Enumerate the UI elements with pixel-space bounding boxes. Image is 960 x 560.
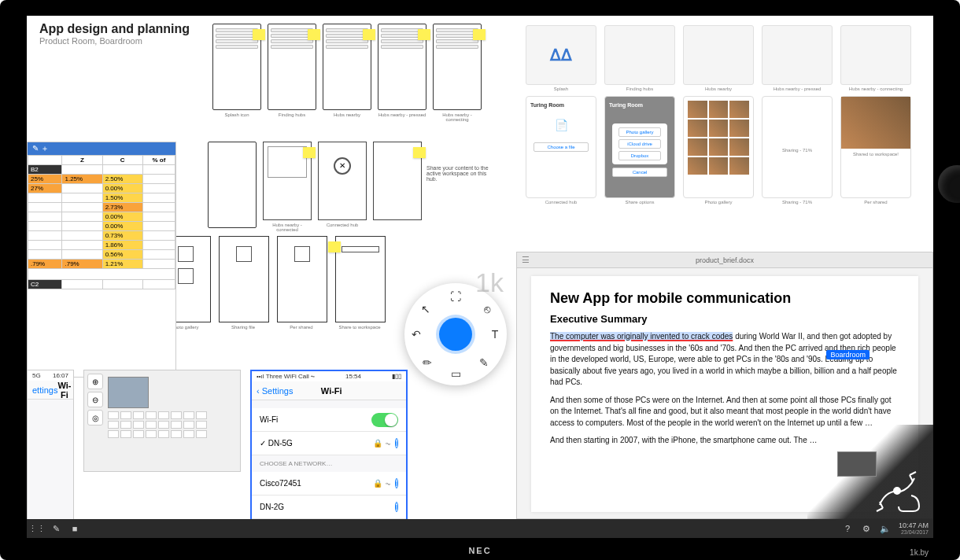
wifi-connected-row[interactable]: ✓ DN-5G🔒⏦i xyxy=(252,432,406,455)
volume-icon[interactable]: 🔈 xyxy=(880,523,891,534)
wifi-toggle-row[interactable]: Wi-Fi xyxy=(252,408,406,432)
eyedropper-icon[interactable]: ⎋ xyxy=(478,300,496,318)
wireframe-label: Splash icon xyxy=(212,112,261,117)
wireframe-card[interactable] xyxy=(212,24,261,110)
info-icon[interactable]: i xyxy=(395,438,398,448)
gallery-thumb[interactable] xyxy=(840,25,911,85)
gallery-label: Hubs nearby - connecting xyxy=(840,87,911,91)
wireframe-label: Hubs nearby - connected xyxy=(263,223,312,232)
map-widget[interactable]: ⊕ ⊖ ◎ xyxy=(83,370,241,472)
doc-paragraph[interactable]: And then some of those PCs were on the I… xyxy=(550,395,899,429)
phone-mock[interactable] xyxy=(683,96,754,198)
locate-button[interactable]: ◎ xyxy=(87,410,103,426)
wireframe-card[interactable] xyxy=(323,24,371,110)
radial-center-button[interactable] xyxy=(439,318,472,351)
wireframe-label: Finding hubs xyxy=(268,112,316,117)
phone-mock[interactable]: Turing Room📄Choose a file xyxy=(526,96,596,198)
taskbar[interactable]: ⋮⋮ ✎ ■ ? ⚙ 🔈 10:47 AM 23/04/2017 xyxy=(27,519,933,538)
cell[interactable]: 0.00% xyxy=(102,184,142,193)
help-icon[interactable]: ? xyxy=(842,523,853,534)
ios-mockups: 5G16:07 ettingsWi-Fi ⊕ ⊖ ◎ ••ıl Three Wi… xyxy=(27,370,408,524)
wifi-network-row[interactable]: DN-2Gi xyxy=(252,496,406,519)
ios-wifi-settings[interactable]: ••ıl Three WiFi Call ⏦15:54▮▯▯ ‹ Setting… xyxy=(250,370,408,524)
info-icon[interactable]: i xyxy=(395,502,398,512)
phone-mock[interactable]: Sharing - 71% xyxy=(762,96,833,198)
wireframe-card[interactable] xyxy=(219,236,269,322)
apps-icon[interactable]: ⋮⋮ xyxy=(31,523,42,534)
cell[interactable]: 2.73% xyxy=(102,203,142,212)
option-button[interactable]: iCloud drive xyxy=(618,139,661,149)
wireframe-card[interactable]: ✕ xyxy=(318,142,367,220)
clock[interactable]: 10:47 AM 23/04/2017 xyxy=(899,522,929,535)
spreadsheet-grid[interactable]: ZC% of B2 25%1.25%2.50% 27%0.00% 1.50% 2… xyxy=(28,155,175,289)
scan-icon[interactable]: ⛶ xyxy=(447,288,464,305)
cell[interactable]: .79% xyxy=(28,260,62,269)
sticky-note-icon xyxy=(253,29,265,40)
option-button[interactable]: Photo gallery xyxy=(618,127,661,137)
choose-file-button[interactable]: Choose a file xyxy=(534,142,589,152)
wireframe-card[interactable] xyxy=(335,236,386,322)
sticky-note-icon xyxy=(363,29,375,40)
phone-mock[interactable]: Turing RoomPhoto galleryiCloud driveDrop… xyxy=(604,96,675,198)
cell[interactable]: 25% xyxy=(28,175,62,184)
comment-tag[interactable]: Boardroom xyxy=(826,350,870,359)
text-tool-icon[interactable]: T xyxy=(486,326,504,343)
highlighted-text: The computer was originally invented to … xyxy=(550,332,733,341)
settings-icon[interactable]: ⚙ xyxy=(861,523,872,534)
zoom-in-button[interactable]: ⊕ xyxy=(87,374,103,389)
menu-icon[interactable]: ☰ xyxy=(522,255,530,265)
progress-label: Sharing - 71% xyxy=(765,148,829,153)
highlighter-icon[interactable]: ✏ xyxy=(419,354,436,371)
pen-tool-icon[interactable]: ✎ xyxy=(475,354,493,371)
gallery-thumb[interactable] xyxy=(604,25,675,85)
phone-mock[interactable]: Shared to workspace! xyxy=(840,96,911,198)
pen-mode-icon[interactable]: ✎ xyxy=(50,523,61,534)
cell[interactable]: 1.50% xyxy=(102,193,142,203)
gallery-thumb[interactable] xyxy=(762,25,833,85)
cell[interactable]: 0.00% xyxy=(102,212,142,222)
toggle-on-icon[interactable] xyxy=(371,413,398,427)
video-icon[interactable]: ■ xyxy=(69,523,80,534)
ios-screen-partial[interactable]: 5G16:07 ettingsWi-Fi xyxy=(27,370,74,524)
status-time: 15:54 xyxy=(345,373,361,380)
radial-tool-menu[interactable]: ⛶ ⎋ T ✎ ▭ ✏ ↶ ↖ xyxy=(404,283,507,385)
gallery-label: Hubs nearby xyxy=(683,87,754,91)
gallery-thumb[interactable] xyxy=(683,25,754,85)
wifi-label: Wi-Fi xyxy=(260,415,278,424)
cell[interactable]: 0.00% xyxy=(102,222,142,231)
shape-tool-icon[interactable]: ▭ xyxy=(447,365,464,382)
undo-icon[interactable]: ↶ xyxy=(408,326,425,343)
gallery-label: Connected hub xyxy=(526,200,596,204)
cell[interactable]: 0.73% xyxy=(102,231,142,241)
cancel-button[interactable]: Cancel xyxy=(612,168,667,177)
wireframe-card[interactable] xyxy=(263,142,312,220)
option-button[interactable]: Dropbox xyxy=(618,151,661,160)
gallery-label: Share options xyxy=(604,200,675,204)
cursor-icon[interactable]: ↖ xyxy=(417,300,434,318)
back-button[interactable]: ettings xyxy=(32,385,57,395)
spreadsheet-window[interactable]: ✎ ＋ ZC% of B2 25%1.25%2.50% 27%0.00% 1.5… xyxy=(27,142,176,378)
cell[interactable]: 2.50% xyxy=(102,175,142,184)
section-header: CHOOSE A NETWORK… xyxy=(252,455,406,472)
cell[interactable]: 0.56% xyxy=(102,250,142,260)
back-button[interactable]: ‹ Settings xyxy=(257,386,293,396)
cell[interactable]: 27% xyxy=(28,184,62,193)
wireframe-card[interactable] xyxy=(373,142,422,220)
gallery-thumb[interactable]: ᐃᐃ xyxy=(526,25,596,85)
wireframe-card[interactable] xyxy=(268,24,316,110)
info-icon[interactable]: i xyxy=(395,478,398,488)
cell[interactable]: 1.21% xyxy=(102,260,142,269)
wireframe-card[interactable] xyxy=(378,24,426,110)
sticky-note-icon xyxy=(308,29,320,40)
zoom-out-button[interactable]: ⊖ xyxy=(87,392,103,407)
wireframe-card[interactable] xyxy=(277,236,327,322)
wireframe-card[interactable] xyxy=(433,24,482,110)
doc-paragraph[interactable]: The computer was originally invented to … xyxy=(550,331,899,389)
nav-title: Wi-Fi xyxy=(293,386,370,396)
wifi-network-row[interactable]: Cisco72451🔒⏦i xyxy=(252,472,406,496)
cell[interactable]: 1.86% xyxy=(102,241,142,250)
wireframe-label: Sharing file xyxy=(219,325,268,330)
cell[interactable]: .79% xyxy=(62,260,102,269)
cell[interactable]: 1.25% xyxy=(62,175,102,184)
wireframe-card[interactable] xyxy=(208,142,257,228)
